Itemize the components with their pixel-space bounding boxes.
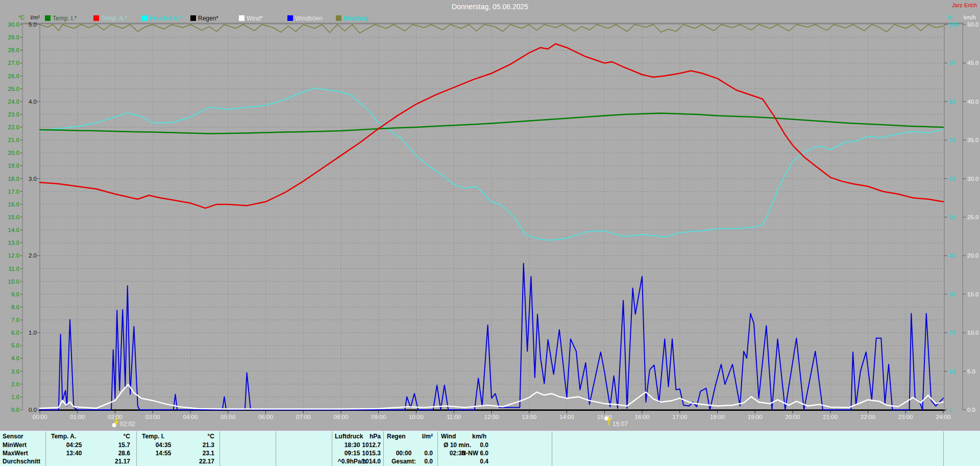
y-tick-label-humidity: 80 — [949, 99, 955, 105]
y-tick-label-humidity: 10 — [949, 368, 955, 375]
table-col-unit-temp_a: °C — [100, 433, 130, 440]
table-column-divider — [383, 431, 384, 466]
x-tick-label: 14:00 — [559, 414, 574, 420]
y-tick-label-wind: 10.0 — [967, 330, 978, 336]
x-tick-label: 05:00 — [220, 414, 235, 420]
table-column-divider — [136, 431, 137, 466]
y-tick-label-temp: 21.0 — [8, 137, 19, 143]
y-tick-label-humidity: 100 — [949, 21, 959, 28]
y-tick-label-temp: 2.0 — [11, 381, 19, 387]
x-tick-label: 22:00 — [861, 414, 875, 420]
y-tick-label-temp: 13.0 — [8, 240, 19, 246]
y-tick-label-temp: 0.0 — [11, 407, 19, 413]
table-column-divider — [437, 431, 438, 466]
weather-app-window: Donnerstag, 05.06.2025 Jarz Erich °C l/m… — [0, 0, 980, 466]
series-feuchte-a- — [40, 88, 943, 240]
y-tick-label-wind: 25.0 — [967, 214, 978, 220]
y-tick-label-wind: 45.0 — [967, 60, 978, 66]
x-tick-label: 12:00 — [484, 414, 499, 420]
y-tick-label-wind: 30.0 — [967, 176, 978, 182]
table-col-unit-regen: l/m² — [402, 433, 433, 440]
x-tick-label: 00:00 — [33, 414, 47, 420]
table-cell-temp_i-time: 04:35 — [145, 441, 181, 449]
time-marker-label: 15:07 — [612, 421, 628, 428]
y-tick-label-rain: 1.0 — [29, 330, 37, 336]
x-tick-label: 02:00 — [108, 414, 122, 420]
y-tick-label-temp: 1.0 — [11, 394, 19, 400]
table-column-divider — [219, 431, 220, 466]
x-tick-label: 03:00 — [145, 414, 160, 420]
y-tick-label-temp: 11.0 — [8, 266, 19, 272]
y-tick-label-rain: 5.0 — [29, 21, 37, 28]
x-tick-label: 24:00 — [936, 414, 951, 420]
x-tick-label: 23:00 — [898, 414, 913, 420]
table-column-divider — [332, 431, 332, 466]
y-tick-label-humidity: 0 — [949, 407, 952, 413]
table-cell-temp_i-time: 14:55 — [145, 450, 181, 457]
x-tick-label: 21:00 — [823, 414, 838, 420]
x-tick-label: 09:00 — [371, 414, 386, 420]
table-cell-wind-value: N-NW 6.0 — [446, 450, 488, 457]
y-tick-label-humidity: 60 — [949, 176, 955, 182]
y-tick-label-temp: 17.0 — [8, 189, 19, 195]
table-cell-temp_a-value: 15.7 — [100, 441, 130, 449]
x-tick-label: 19:00 — [748, 414, 763, 420]
x-tick-label: 18:00 — [710, 414, 725, 420]
y-tick-label-wind: 40.0 — [967, 99, 978, 105]
table-column-divider — [45, 431, 46, 466]
table-cell-temp_i-value: 22.17 — [181, 458, 214, 465]
table-cell-regen-value: 0.0 — [402, 450, 433, 457]
y-tick-label-wind: 35.0 — [967, 137, 978, 143]
summary-table: SensorMinWertMaxWertDurchschnittTemp. A.… — [0, 431, 980, 466]
table-column-divider — [276, 431, 276, 466]
x-tick-label: 06:00 — [258, 414, 273, 420]
y-tick-label-humidity: 30 — [949, 291, 955, 297]
y-tick-label-temp: 24.0 — [8, 99, 19, 105]
x-tick-label: 11:00 — [447, 414, 461, 420]
x-tick-label: 01:00 — [70, 414, 85, 420]
x-tick-label: 04:00 — [183, 414, 198, 420]
x-tick-label: 08:00 — [334, 414, 349, 420]
table-row-label: MinWert — [3, 441, 44, 449]
y-tick-label-temp: 20.0 — [8, 150, 19, 156]
y-tick-label-temp: 18.0 — [8, 176, 19, 182]
table-col-unit-wind: km/h — [456, 433, 486, 440]
table-cell-temp_a-value: 28.6 — [100, 450, 130, 457]
y-tick-label-humidity: 70 — [949, 137, 955, 143]
table-col-unit-luftdruck: hPa — [350, 433, 381, 440]
y-tick-label-temp: 9.0 — [11, 291, 19, 297]
y-tick-label-temp: 12.0 — [8, 252, 19, 259]
y-tick-label-wind: 15.0 — [967, 291, 978, 297]
y-tick-label-temp: 15.0 — [8, 214, 19, 220]
time-marker: 15:07 — [604, 416, 628, 428]
y-tick-label-temp: 29.0 — [8, 34, 19, 40]
table-column-divider — [943, 431, 944, 466]
y-tick-label-temp: 7.0 — [11, 317, 19, 323]
time-marker-label: 02:02 — [120, 421, 135, 428]
y-tick-label-temp: 19.0 — [8, 162, 19, 169]
y-tick-label-temp: 5.0 — [11, 342, 19, 348]
x-tick-label: 07:00 — [296, 414, 311, 420]
x-tick-label: 16:00 — [635, 414, 650, 420]
table-cell-temp_i-value: 21.3 — [181, 441, 214, 449]
y-tick-label-temp: 16.0 — [8, 201, 19, 207]
y-tick-label-humidity: 90 — [949, 60, 955, 66]
y-tick-label-humidity: 20 — [949, 330, 955, 336]
y-tick-label-temp: 23.0 — [8, 111, 19, 118]
y-tick-label-temp: 4.0 — [11, 355, 19, 361]
y-tick-label-wind: 50.0 — [967, 21, 978, 28]
chart-gridlines — [40, 25, 944, 410]
y-tick-label-wind: 0.0 — [967, 407, 975, 413]
series-empfang — [40, 25, 943, 33]
table-cell-temp_a-time: 13:40 — [56, 450, 92, 457]
table-cell-luftdruck-value: 1014.0 — [350, 458, 381, 465]
table-col-unit-temp_i: °C — [184, 433, 214, 440]
table-col-header-temp_i: Temp. I. — [142, 433, 188, 440]
table-column-divider — [552, 431, 552, 466]
y-tick-label-wind: 5.0 — [967, 368, 975, 375]
y-tick-label-wind: 20.0 — [967, 252, 978, 259]
table-cell-wind-value: 0.0 — [446, 441, 488, 449]
y-tick-label-temp: 10.0 — [8, 278, 19, 285]
x-tick-label: 17:00 — [672, 414, 687, 420]
table-cell-luftdruck-value: 1015.3 — [350, 450, 381, 457]
